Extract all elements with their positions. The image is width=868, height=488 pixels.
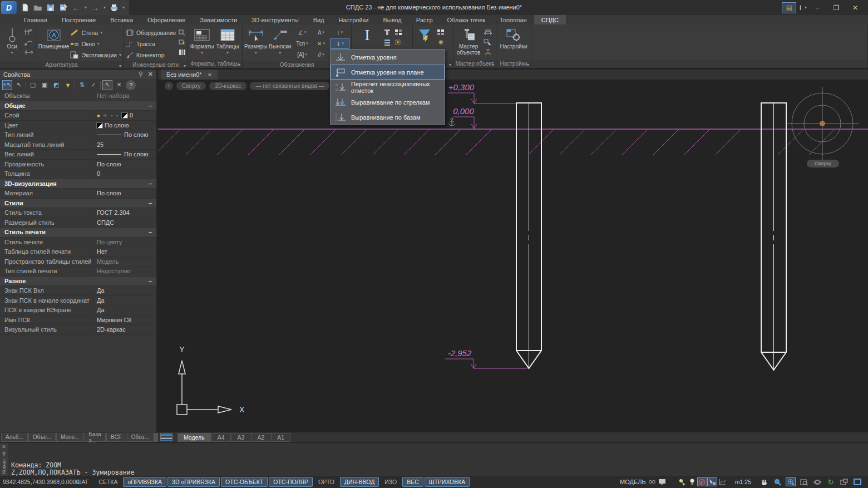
redo-dropdown-icon[interactable]: ▾	[103, 5, 106, 10]
viewport-control-pill[interactable]: Сверху	[176, 82, 206, 90]
status-toggle[interactable]: ИЗО	[380, 477, 401, 487]
ribbon-tab[interactable]: Построение	[55, 15, 103, 24]
elevation-mark-top[interactable]	[448, 93, 516, 103]
filter-button[interactable]	[415, 26, 435, 43]
compass-view-label[interactable]: Сверху	[807, 160, 839, 167]
route-button[interactable]: Трасса	[125, 38, 176, 49]
select-window-icon[interactable]: ▢	[28, 80, 38, 90]
tables-button[interactable]: Таблицы▾	[215, 26, 240, 56]
select-object-icon[interactable]	[483, 38, 493, 47]
info-dropdown-icon[interactable]: ▾	[805, 5, 807, 10]
status-toggle[interactable]: 3D оПРИВЯЗКА	[167, 477, 220, 487]
side-panel-tab[interactable]: Объе...	[28, 433, 56, 442]
regen-icon[interactable]: ↻	[826, 477, 836, 486]
property-row[interactable]: Стиль печати По цвету	[0, 238, 156, 248]
layout-tab[interactable]: Модель	[177, 433, 211, 442]
clear-selection-icon[interactable]: ✕	[114, 80, 124, 90]
pile-2[interactable]	[761, 103, 786, 370]
info-button[interactable]: i	[798, 3, 802, 12]
pin-icon[interactable]	[138, 71, 144, 77]
document-tab[interactable]: Без имени0* ✕	[161, 70, 218, 80]
panel-label-settings[interactable]: Настройки▾	[496, 60, 531, 68]
space-indicator[interactable]: МОДЕЛЬ	[620, 479, 646, 485]
maximize-button[interactable]: ❐	[828, 2, 845, 14]
menu-item-align-by-arrows[interactable]: Выравнивание по стрелкам	[331, 95, 445, 110]
settings-button[interactable]: Настройки	[499, 26, 528, 50]
annoscale-bulb-icon[interactable]	[687, 477, 697, 486]
undo-icon[interactable]: ←	[72, 3, 81, 12]
property-row[interactable]: Таблица стилей печати Нет	[0, 247, 156, 257]
tools-grid-icon[interactable]	[393, 28, 403, 37]
menu-item-recalc-marks[interactable]: Пересчет неассоциативных отметок	[331, 80, 445, 95]
panel-label-architecture[interactable]: Архитектура▾	[0, 61, 123, 68]
axes-horizontal-icon[interactable]	[23, 48, 33, 57]
viewport-control-pill[interactable]: 2D-каркас	[209, 82, 246, 90]
leaders-button[interactable]: Выноски▾	[269, 26, 292, 56]
status-toggle[interactable]: ОРТО	[314, 477, 339, 487]
zoom-icon[interactable]	[772, 477, 782, 486]
menu-item-level-mark-plan[interactable]: Отметка уровня на плане	[331, 65, 445, 80]
fullscreen-icon[interactable]	[852, 477, 862, 486]
viewport-control-pill[interactable]: — нет связанных видов —	[250, 82, 329, 90]
formats-button[interactable]: Форматы▾	[190, 26, 214, 56]
star-bolt-icon[interactable]: ✱	[436, 38, 446, 47]
move-selection-icon[interactable]: ⇅	[77, 80, 87, 90]
panel-label-formats[interactable]: Форматы, таблицы▾	[188, 60, 242, 68]
invert-selection-icon[interactable]: ◩	[51, 80, 61, 90]
elevation-mark-zero[interactable]	[453, 117, 477, 129]
orbit-icon[interactable]	[812, 477, 822, 486]
select-crossing-icon[interactable]: ▣	[40, 80, 50, 90]
wall-button[interactable]: Стена▾	[70, 27, 121, 38]
menu-item-level-mark[interactable]: Отметка уровня	[331, 50, 445, 65]
vertical-mark-icon[interactable]: ↕	[331, 27, 349, 38]
side-panel-tab[interactable]: BCF	[106, 433, 126, 442]
angle-dimension-icon[interactable]: ∠	[293, 27, 312, 38]
new-document-icon[interactable]	[21, 3, 29, 12]
profile-section-icon[interactable]	[483, 48, 493, 57]
app-store-icon[interactable]: ▤	[782, 2, 796, 13]
side-panel-tab[interactable]: База э...	[85, 433, 106, 442]
viewport-control-pill[interactable]: +	[165, 82, 173, 90]
room-button[interactable]: A Помещение	[38, 26, 70, 50]
app-logo-icon[interactable]: D	[1, 1, 17, 14]
panel-label-master[interactable]: Мастер объект▾	[453, 60, 496, 68]
drawing-canvas[interactable]: +0,300 0,000 -2,952	[158, 80, 868, 432]
help-icon[interactable]: ?	[126, 80, 136, 90]
ribbon-tab[interactable]: Топоплан	[492, 15, 534, 24]
level-mark-icon[interactable]: ↧	[331, 38, 349, 49]
dimensions-button[interactable]: Размеры▾	[244, 26, 268, 56]
layout-tab[interactable]: А3	[231, 433, 251, 442]
property-row[interactable]: Общие	[0, 101, 156, 111]
select-cursor-icon[interactable]: ↖	[14, 80, 24, 90]
status-toggle[interactable]: ШАГ	[72, 477, 93, 487]
zoom-object-icon[interactable]	[799, 477, 809, 486]
status-toggle[interactable]: ШТРИХОВКА	[425, 477, 470, 487]
object-master-button[interactable]: Мастер объектов	[455, 26, 482, 56]
ibeam-button[interactable]: I	[353, 26, 381, 43]
special-text-icon[interactable]: Тсп	[293, 38, 312, 49]
property-row[interactable]: Объекты Нет набора	[0, 91, 156, 101]
property-row[interactable]: Пространство таблицы стилей печати Модел…	[0, 257, 156, 267]
status-toggle[interactable]: ОТС-ОБЪЕКТ	[221, 477, 268, 487]
equipment-button[interactable]: Оборудование	[125, 27, 176, 38]
pan-hand-icon[interactable]	[759, 477, 769, 486]
dimension-small-icon[interactable]	[483, 28, 493, 37]
save-icon[interactable]	[46, 3, 55, 12]
side-panel-tab[interactable]: Мене...	[56, 433, 83, 442]
ribbon-tab[interactable]: СПДС	[534, 15, 566, 24]
monitor-small-icon[interactable]	[657, 477, 667, 486]
status-toggle[interactable]: ОТС-ПОЛЯР	[269, 477, 313, 487]
pin-command-icon[interactable]	[2, 451, 6, 456]
no-entry-icon[interactable]	[697, 477, 707, 486]
property-row[interactable]: Тип линий По слою	[0, 130, 156, 140]
annotation-chart-icon[interactable]	[717, 477, 727, 486]
menu-item-align-by-bases[interactable]: Выравнивание по базам	[331, 110, 445, 125]
status-toggle[interactable]: ВЕС	[402, 477, 423, 487]
ribbon-tab[interactable]: Вид	[306, 15, 332, 24]
scale-indicator[interactable]: m1:25	[735, 479, 751, 485]
ribbon-tab[interactable]: Настройки	[332, 15, 376, 24]
axes-button[interactable]: Оси▾	[2, 26, 22, 56]
property-row[interactable]: Материал По слою	[0, 189, 156, 199]
close-command-icon[interactable]: ✕	[2, 444, 6, 450]
squares-icon[interactable]	[436, 28, 446, 37]
